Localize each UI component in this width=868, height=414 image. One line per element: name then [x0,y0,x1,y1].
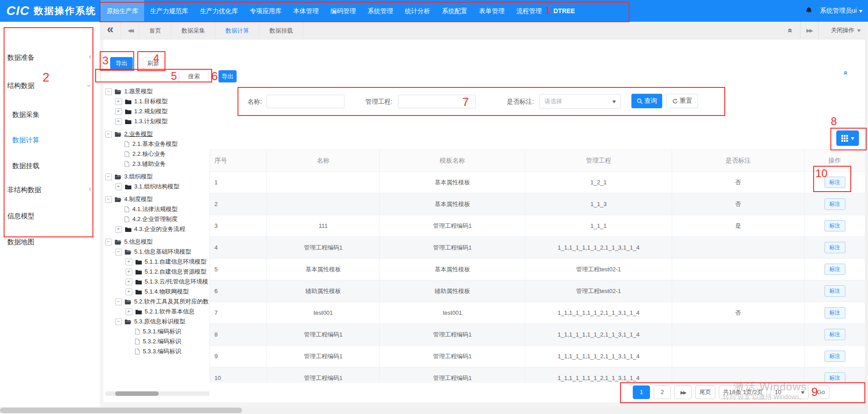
tree-search-input[interactable] [101,71,179,82]
tree-item[interactable]: 1.2.规划模型 [105,108,209,115]
tree-item[interactable]: 5.1.1.自建信息环境模型 [105,258,209,265]
collapse-icon[interactable] [115,298,122,305]
sidebar-item-data-preparation[interactable]: 数据准备 [7,53,34,62]
sidebar-item-data-map[interactable]: 数据地图 [7,238,34,246]
collapse-filter-icon[interactable] [842,71,850,75]
export-button[interactable]: 导出 [110,57,133,69]
expand-icon[interactable] [126,308,132,315]
nav-item-form-mgmt[interactable]: 表单管理 [473,0,510,22]
refresh-button[interactable]: 刷新 [143,57,164,69]
sidebar-collapse-icon[interactable] [107,22,113,36]
nav-item-special-app[interactable]: 专项应用库 [244,0,287,22]
annotate-button[interactable]: 标注 [824,372,845,384]
annotate-button[interactable]: 标注 [824,220,845,231]
sidebar-item-structured-data[interactable]: 结构数据 [7,82,34,90]
nav-item-raw-production[interactable]: 原始生产库 [101,0,144,22]
tabs-scroll-left-icon[interactable] [121,22,139,39]
expand-icon[interactable] [126,289,132,295]
tree-item[interactable]: 5.1.4.物联网模型 [105,288,209,295]
annotate-button[interactable]: 标注 [824,264,845,275]
tree-item[interactable]: 1.3.计划模型 [105,118,209,125]
expand-icon[interactable] [115,98,122,105]
annotate-button[interactable]: 标注 [824,351,845,362]
nav-item-productivity-opt[interactable]: 生产力优化库 [194,0,244,22]
collapse-icon[interactable] [105,196,112,203]
next-pages-icon[interactable] [674,385,692,399]
tree-item[interactable]: 5.3.1.编码标识 [105,328,209,335]
tab-data-mounting[interactable]: 数据挂载 [259,22,303,39]
annotate-button[interactable]: 标注 [824,198,845,210]
tab-home[interactable]: 首页 [139,22,171,39]
nav-item-system-mgmt[interactable]: 系统管理 [362,0,399,22]
sidebar-item-data-mounting[interactable]: 数据挂载 [12,162,39,170]
tree-item[interactable]: 4.1.法律法规模型 [105,206,209,213]
tree-item[interactable]: 5.3.原信息标识模型 [105,318,209,325]
sidebar-item-information-model[interactable]: 信息模型 [7,212,34,221]
collapse-icon[interactable] [115,249,122,255]
tree-item-selected[interactable]: 2.业务模型 [105,130,209,138]
nav-item-ontology[interactable]: 本体管理 [287,0,325,22]
last-page-button[interactable]: 尾页 [695,385,715,399]
page-horizontal-scrollbar[interactable] [0,407,868,414]
collapse-icon[interactable] [105,173,112,180]
flag-select[interactable]: 请选择 [539,94,621,109]
go-button[interactable]: Go [812,385,829,399]
column-settings-button[interactable] [836,130,859,146]
scrollbar-thumb[interactable] [0,408,242,413]
page-button-1[interactable]: 1 [633,385,650,399]
tree-item[interactable]: 4.3.企业的业务流程 [105,226,209,233]
annotate-button[interactable]: 标注 [824,177,845,188]
tree-item[interactable]: 2.2.核心业务 [105,150,209,158]
annotate-button[interactable]: 标注 [824,307,845,318]
close-operations-dropdown[interactable]: 关闭操作 [824,26,868,34]
sidebar-item-data-collection[interactable]: 数据采集 [12,111,39,119]
page-vertical-scrollbar[interactable] [865,22,868,407]
tree-item[interactable]: 5.1.信息基础环境模型 [105,248,209,255]
collapse-icon[interactable] [105,131,112,138]
scroll-top-icon[interactable] [786,26,795,34]
tree-item[interactable]: 5.1.3.云/托管信息环境模型 [105,278,209,285]
project-input[interactable] [398,95,476,108]
tree-item[interactable]: 5.信息模型 [105,238,209,246]
tab-data-collection[interactable]: 数据采集 [171,22,215,39]
tree-item[interactable]: 1.愿景模型 [105,88,209,95]
expand-icon[interactable] [115,118,122,125]
nav-item-system-config[interactable]: 系统配置 [436,0,473,22]
tree-item[interactable]: 5.2.1.软件基本信息 [105,308,209,315]
tree-item[interactable]: 2.3.辅助业务 [105,160,209,168]
expand-icon[interactable] [126,269,132,275]
nav-item-dtree[interactable]: DTREE [548,0,581,22]
expand-icon[interactable] [126,279,132,285]
tree-item[interactable]: 5.2.软件工具及其所对应的数据 [105,298,209,305]
nav-item-coding[interactable]: 编码管理 [325,0,362,22]
tree-item[interactable]: 5.3.3.编码标识 [105,348,209,355]
expand-icon[interactable] [115,183,122,190]
bell-icon[interactable] [805,7,813,15]
scrollbar-thumb[interactable] [115,391,159,396]
export-table-button[interactable]: 导出 [218,70,237,82]
tab-data-computation[interactable]: 数据计算 [215,22,259,39]
collapse-icon[interactable] [115,318,122,325]
expand-icon[interactable] [115,226,122,233]
expand-icon[interactable] [115,108,122,115]
sidebar-item-unstructured-data[interactable]: 非结构数据 [7,186,41,194]
nav-item-statistics[interactable]: 统计分析 [399,0,436,22]
tree-horizontal-scrollbar[interactable] [105,391,210,396]
nav-item-process-mgmt[interactable]: 流程管理 [510,0,548,22]
tree-item[interactable]: 3.1.组织结构模型 [105,183,209,190]
tree-item[interactable]: 5.1.2.自建信息资源模型 [105,268,209,275]
tree-item[interactable]: 4.制度模型 [105,196,209,203]
tabs-scroll-right-icon[interactable] [806,28,812,34]
annotate-button[interactable]: 标注 [824,329,845,340]
collapse-icon[interactable] [105,88,112,95]
page-button-2[interactable]: 2 [654,385,671,399]
collapse-icon[interactable] [105,239,112,246]
annotate-button[interactable]: 标注 [824,242,845,253]
annotate-button[interactable]: 标注 [824,285,845,297]
search-button[interactable]: 搜索 [179,70,209,82]
name-input[interactable] [267,95,344,108]
user-menu[interactable]: 系统管理员ui [820,7,863,15]
tree-item[interactable]: 4.2.企业管理制度 [105,216,209,223]
tree-item[interactable]: 5.3.2.编码标识 [105,338,209,345]
tree-item[interactable]: 1.1.目标模型 [105,98,209,105]
